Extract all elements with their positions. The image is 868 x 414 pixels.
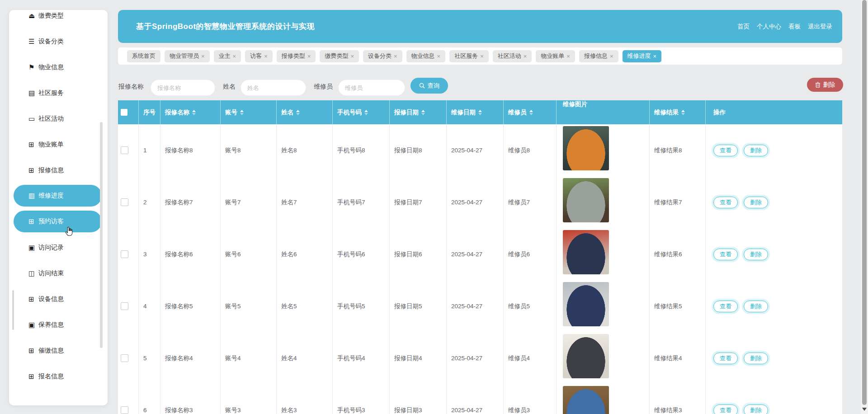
header-nav-link[interactable]: 看板 xyxy=(788,23,801,31)
sidebar-item-pay-type[interactable]: ⏏ 缴费类型 xyxy=(9,10,108,28)
row-checkbox[interactable] xyxy=(121,354,128,362)
sidebar-item-visit-end[interactable]: ◫ 访问结束 xyxy=(9,260,108,286)
tab-close-icon[interactable]: × xyxy=(480,53,484,59)
row-delete-button[interactable]: 删除 xyxy=(744,353,768,364)
page-scrollbar[interactable] xyxy=(861,0,868,414)
repair-name-input[interactable] xyxy=(151,80,215,96)
tab-close-icon[interactable]: × xyxy=(437,53,441,59)
column-header-name[interactable]: 报修名称 xyxy=(160,100,221,124)
query-button[interactable]: 查询 xyxy=(410,78,448,94)
sidebar-item-community-service[interactable]: ▤ 社区服务 xyxy=(9,80,108,106)
column-header-report_date[interactable]: 报修日期 xyxy=(390,100,447,124)
header-nav-link[interactable]: 个人中心 xyxy=(757,23,781,31)
column-header-repair_date[interactable]: 维修日期 xyxy=(447,100,504,124)
sort-arrows-icon[interactable] xyxy=(240,110,244,115)
sort-arrows-icon[interactable] xyxy=(478,110,482,115)
cell-phone: 手机号码8 xyxy=(333,124,390,176)
row-checkbox[interactable] xyxy=(121,250,128,258)
repairer-input[interactable] xyxy=(338,80,405,96)
row-checkbox[interactable] xyxy=(121,302,128,310)
repair-photo[interactable] xyxy=(563,386,609,414)
row-checkbox[interactable] xyxy=(121,406,128,414)
header-nav-link[interactable]: 首页 xyxy=(737,23,750,31)
sidebar-item-community-activity[interactable]: ▭ 社区活动 xyxy=(9,106,108,132)
repair-photo[interactable] xyxy=(563,178,609,222)
column-header-repairer[interactable]: 维修员 xyxy=(504,100,557,124)
tab-close-icon[interactable]: × xyxy=(350,53,354,59)
tab-close-icon[interactable]: × xyxy=(307,53,311,59)
page-scrollbar-thumb[interactable] xyxy=(862,0,867,405)
tab-系统首页[interactable]: 系统首页 xyxy=(127,50,160,62)
cell-phone: 手机号码5 xyxy=(333,280,390,332)
repair-photo[interactable] xyxy=(563,334,609,378)
sidebar-item-visit-record[interactable]: ▣ 访问记录 xyxy=(9,235,108,260)
header-nav-link[interactable]: 退出登录 xyxy=(808,23,832,31)
tab-close-icon[interactable]: × xyxy=(233,53,236,59)
sidebar-item-device-category[interactable]: ☰ 设备分类 xyxy=(9,28,108,54)
tab-close-icon[interactable]: × xyxy=(610,53,613,59)
repair-photo[interactable] xyxy=(563,126,609,170)
column-header-account[interactable]: 账号 xyxy=(221,100,277,124)
tab-物业信息[interactable]: 物业信息 × xyxy=(406,50,446,62)
sidebar-item-repair-info[interactable]: ⊞ 报修信息 xyxy=(9,157,108,183)
tab-维修进度[interactable]: 维修进度 × xyxy=(623,50,662,62)
select-all-checkbox[interactable] xyxy=(121,109,127,116)
view-button[interactable]: 查看 xyxy=(713,353,738,364)
tab-业主[interactable]: 业主 × xyxy=(214,50,241,62)
view-button[interactable]: 查看 xyxy=(713,405,738,414)
tab-社区活动[interactable]: 社区活动 × xyxy=(493,50,532,62)
column-header-phone[interactable]: 手机号码 xyxy=(333,100,390,124)
sort-arrows-icon[interactable] xyxy=(192,110,196,115)
tab-close-icon[interactable]: × xyxy=(566,53,570,59)
row-checkbox[interactable] xyxy=(121,146,128,154)
view-button[interactable]: 查看 xyxy=(713,145,738,156)
batch-delete-button[interactable]: 删除 xyxy=(807,78,843,92)
view-button[interactable]: 查看 xyxy=(713,301,738,312)
column-header-person[interactable]: 姓名 xyxy=(277,100,333,124)
sidebar-item-property-info[interactable]: ⚑ 物业信息 xyxy=(9,54,108,80)
person-name-input[interactable] xyxy=(241,80,306,96)
tab-close-icon[interactable]: × xyxy=(201,53,205,59)
sidebar-item-visitor-booking[interactable]: ⊞ 预约访客 xyxy=(9,209,108,235)
tab-缴费类型[interactable]: 缴费类型 × xyxy=(320,50,359,62)
tab-访客[interactable]: 访客 × xyxy=(245,50,273,62)
row-delete-button[interactable]: 删除 xyxy=(744,405,768,414)
repair-photo[interactable] xyxy=(563,230,609,274)
sort-arrows-icon[interactable] xyxy=(681,110,685,115)
repair-photo[interactable] xyxy=(563,282,609,326)
sidebar-item-payment-reminder[interactable]: ⊞ 催缴信息 xyxy=(9,338,108,363)
view-button[interactable]: 查看 xyxy=(713,249,738,260)
cell-index: 4 xyxy=(139,280,160,332)
tab-设备分类[interactable]: 设备分类 × xyxy=(363,50,402,62)
row-checkbox[interactable] xyxy=(121,198,128,206)
row-delete-button[interactable]: 删除 xyxy=(744,301,768,312)
sidebar-item-device-info[interactable]: ⊞ 设备信息 xyxy=(9,286,108,312)
tab-close-icon[interactable]: × xyxy=(264,53,268,59)
row-delete-button[interactable]: 删除 xyxy=(744,249,768,260)
sidebar-item-repair-progress[interactable]: ▥ 维修进度 xyxy=(9,183,108,209)
tab-close-icon[interactable]: × xyxy=(524,53,527,59)
scroll-down-arrow-icon[interactable] xyxy=(862,408,867,411)
sidebar-scrollbar-thumb[interactable] xyxy=(100,122,103,348)
tab-报修类型[interactable]: 报修类型 × xyxy=(277,50,316,62)
sidebar-item-property-bill[interactable]: ⊞ 物业账单 xyxy=(9,132,108,157)
sidebar-item-maintenance-info[interactable]: ▣ 保养信息 xyxy=(9,312,108,338)
tab-物业账单[interactable]: 物业账单 × xyxy=(536,50,575,62)
row-delete-button[interactable]: 删除 xyxy=(744,145,768,156)
sort-arrows-icon[interactable] xyxy=(529,110,533,115)
tab-close-icon[interactable]: × xyxy=(653,53,657,59)
tab-物业管理员[interactable]: 物业管理员 × xyxy=(165,50,210,62)
cell-phone: 手机号码7 xyxy=(333,176,390,228)
tab-close-icon[interactable]: × xyxy=(394,53,397,59)
sidebar-inner-scrollbar-thumb[interactable] xyxy=(12,290,14,330)
column-header-ops: 操作 xyxy=(706,100,842,124)
row-delete-button[interactable]: 删除 xyxy=(744,197,768,208)
sort-arrows-icon[interactable] xyxy=(364,110,368,115)
view-button[interactable]: 查看 xyxy=(713,197,738,208)
sort-arrows-icon[interactable] xyxy=(296,110,300,115)
tab-社区服务[interactable]: 社区服务 × xyxy=(449,50,489,62)
sort-arrows-icon[interactable] xyxy=(421,110,425,115)
sidebar-item-registration-info[interactable]: ⊞ 报名信息 xyxy=(9,363,108,389)
tab-报修信息[interactable]: 报修信息 × xyxy=(579,50,618,62)
column-header-result[interactable]: 维修结果 xyxy=(650,100,706,124)
